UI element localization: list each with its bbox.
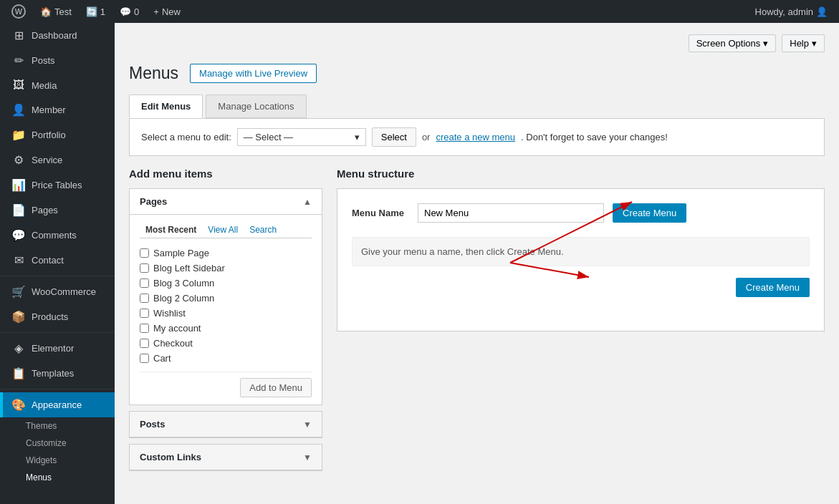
custom-links-accordion: Custom Links ▼ xyxy=(129,444,322,471)
portfolio-icon: 📁 xyxy=(11,128,26,142)
sidebar-item-pages[interactable]: 📄 Pages xyxy=(0,198,115,223)
pages-accordion-header[interactable]: Pages ▲ xyxy=(130,189,322,215)
pages-accordion-body: Most Recent View All Search Sample Page xyxy=(130,215,322,404)
menu-structure-area: Menu Name Create Menu Give your menu a n… xyxy=(337,188,825,331)
menu-structure-title: Menu structure xyxy=(337,168,825,180)
main-topbar: Screen Options ▾ Help ▾ xyxy=(129,34,825,52)
create-menu-button-bottom[interactable]: Create Menu xyxy=(736,278,810,297)
page-checkbox-wishlist[interactable] xyxy=(140,309,149,318)
help-button[interactable]: Help ▾ xyxy=(782,34,825,52)
howdy-user[interactable]: Howdy, admin 👤 xyxy=(749,0,833,23)
custom-links-arrow-icon: ▼ xyxy=(303,452,312,462)
menu-name-row: Menu Name Create Menu xyxy=(352,203,810,223)
page-item-wishlist[interactable]: Wishlist xyxy=(140,306,312,321)
sidebar-item-products[interactable]: 📦 Products xyxy=(0,304,115,329)
tab-manage-locations[interactable]: Manage Locations xyxy=(206,94,306,118)
tab-edit-menus[interactable]: Edit Menus xyxy=(129,94,203,118)
sidebar-item-member[interactable]: 👤 Member xyxy=(0,97,115,122)
sidebar-item-media[interactable]: 🖼 Media xyxy=(0,73,115,97)
page-item-checkout[interactable]: Checkout xyxy=(140,336,312,351)
pages-icon: 📄 xyxy=(11,203,26,217)
pages-tab-view-all[interactable]: View All xyxy=(202,222,244,238)
page-item-blog-2col[interactable]: Blog 2 Column xyxy=(140,291,312,306)
create-menu-bottom: Create Menu xyxy=(352,278,810,297)
sidebar-item-price-tables[interactable]: 📊 Price Tables xyxy=(0,173,115,198)
main-content: Screen Options ▾ Help ▾ Menus Manage wit… xyxy=(115,23,839,504)
sidebar-item-woocommerce[interactable]: 🛒 WooCommerce xyxy=(0,279,115,304)
page-title: Menus xyxy=(129,64,178,83)
comments[interactable]: 💬 0 xyxy=(114,0,145,23)
page-checkbox-sample[interactable] xyxy=(140,248,149,258)
svg-line-4 xyxy=(510,263,589,277)
sidebar-item-service[interactable]: ⚙ Service xyxy=(0,147,115,173)
pages-tab-most-recent[interactable]: Most Recent xyxy=(140,222,202,238)
page-checkbox-myaccount[interactable] xyxy=(140,324,149,333)
create-menu-button-top[interactable]: Create Menu xyxy=(613,203,686,223)
custom-links-section-title: Custom Links xyxy=(140,452,201,462)
wp-logo[interactable]: W xyxy=(6,0,32,23)
add-to-menu-bar: Add to Menu xyxy=(140,372,312,397)
page-item-sample[interactable]: Sample Page xyxy=(140,246,312,261)
sidebar-item-dashboard[interactable]: ⊞ Dashboard xyxy=(0,23,115,48)
appearance-icon: 🎨 xyxy=(11,398,26,412)
page-checkbox-blog-2col[interactable] xyxy=(140,294,149,303)
page-item-blog-left[interactable]: Blog Left Sidebar xyxy=(140,261,312,276)
page-item-cart[interactable]: Cart xyxy=(140,351,312,366)
svg-text:W: W xyxy=(15,7,23,16)
dashboard-icon: ⊞ xyxy=(11,29,26,42)
menu-name-label: Menu Name xyxy=(352,208,409,218)
page-header: Menus Manage with Live Preview xyxy=(129,64,825,83)
updates[interactable]: 🔄 1 xyxy=(80,0,111,23)
products-icon: 📦 xyxy=(11,310,26,324)
posts-section-title: Posts xyxy=(140,419,165,430)
sidebar-item-comments[interactable]: 💬 Comments xyxy=(0,223,115,248)
admin-bar: W 🏠 Test 🔄 1 💬 0 + New Howdy, admin 👤 xyxy=(0,0,839,23)
menu-name-input[interactable] xyxy=(418,203,604,223)
menu-select-dropdown[interactable]: — Select — ▾ xyxy=(237,128,366,146)
sidebar-subitem-customize[interactable]: Customize xyxy=(0,435,115,452)
add-menu-items-panel: Add menu items Pages ▲ Most Recent View … xyxy=(129,168,322,477)
sidebar-subitem-themes[interactable]: Themes xyxy=(0,417,115,435)
sidebar-item-appearance[interactable]: 🎨 Appearance xyxy=(0,392,115,417)
pages-arrow-icon: ▲ xyxy=(303,197,312,207)
nav-tabs: Edit Menus Manage Locations xyxy=(129,94,825,118)
select-button[interactable]: Select xyxy=(372,127,416,147)
contact-icon: ✉ xyxy=(11,253,26,267)
pages-tab-search[interactable]: Search xyxy=(244,222,282,238)
page-checkbox-cart[interactable] xyxy=(140,354,149,363)
add-to-menu-button[interactable]: Add to Menu xyxy=(240,378,312,397)
page-checkbox-checkout[interactable] xyxy=(140,339,149,348)
page-item-myaccount[interactable]: My account xyxy=(140,321,312,336)
page-checkbox-blog-left[interactable] xyxy=(140,263,149,273)
posts-accordion-header[interactable]: Posts ▼ xyxy=(130,412,322,437)
page-checkbox-blog-3col[interactable] xyxy=(140,278,149,288)
or-text: or xyxy=(422,132,431,142)
menu-structure-panel: Menu structure Menu Name Create Menu Giv… xyxy=(337,168,825,331)
select-label: Select a menu to edit: xyxy=(141,132,231,142)
menu-instructions: Give your menu a name, then click Create… xyxy=(352,237,810,266)
live-preview-button[interactable]: Manage with Live Preview xyxy=(190,64,317,83)
dropdown-arrow-icon: ▾ xyxy=(355,132,360,142)
new-content[interactable]: + New xyxy=(148,0,186,23)
sidebar-subitem-widgets[interactable]: Widgets xyxy=(0,452,115,469)
screen-options-button[interactable]: Screen Options ▾ xyxy=(689,34,777,52)
page-item-blog-3col[interactable]: Blog 3 Column xyxy=(140,276,312,291)
sidebar-item-templates[interactable]: 📋 Templates xyxy=(0,361,115,386)
pages-checkbox-list: Sample Page Blog Left Sidebar Blog 3 Col… xyxy=(140,246,312,366)
sidebar-item-portfolio[interactable]: 📁 Portfolio xyxy=(0,122,115,147)
admin-sidebar: ⊞ Dashboard ✏ Posts 🖼 Media 👤 Member 📁 P… xyxy=(0,23,115,504)
posts-icon: ✏ xyxy=(11,54,26,67)
woocommerce-icon: 🛒 xyxy=(11,285,26,299)
media-icon: 🖼 xyxy=(11,79,26,92)
sidebar-item-contact[interactable]: ✉ Contact xyxy=(0,248,115,273)
service-icon: ⚙ xyxy=(11,153,26,167)
sidebar-item-elementor[interactable]: ◈ Elementor xyxy=(0,336,115,361)
site-name[interactable]: 🏠 Test xyxy=(34,0,77,23)
reminder-text: . Don't forget to save your changes! xyxy=(521,132,668,142)
sidebar-subitem-menus[interactable]: Menus xyxy=(0,469,115,486)
create-new-menu-link[interactable]: create a new menu xyxy=(436,132,515,142)
custom-links-accordion-header[interactable]: Custom Links ▼ xyxy=(130,445,322,470)
chevron-down-icon: ▾ xyxy=(763,38,768,49)
comments-icon: 💬 xyxy=(11,228,26,242)
sidebar-item-posts[interactable]: ✏ Posts xyxy=(0,48,115,73)
